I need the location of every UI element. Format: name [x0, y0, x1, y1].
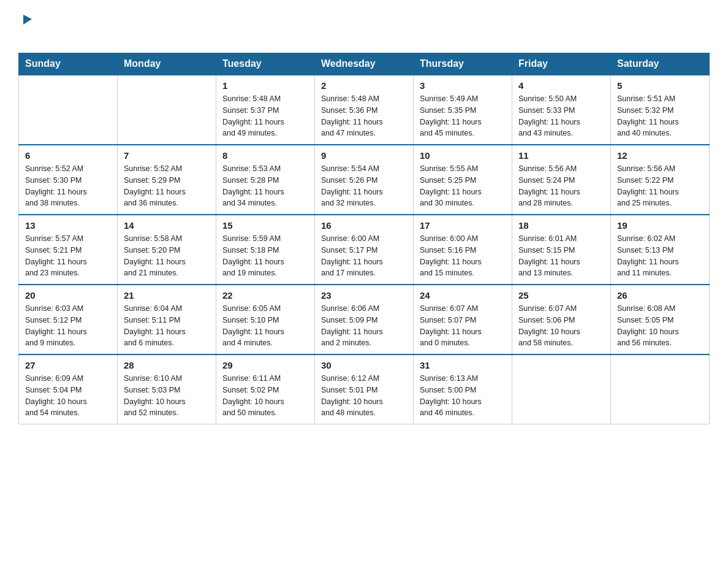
calendar-day-cell: 11Sunrise: 5:56 AM Sunset: 5:24 PM Dayli…: [512, 145, 611, 215]
day-number: 3: [420, 80, 506, 91]
day-info: Sunrise: 5:48 AM Sunset: 5:37 PM Dayligh…: [222, 93, 308, 139]
day-info: Sunrise: 5:59 AM Sunset: 5:18 PM Dayligh…: [222, 233, 308, 279]
day-of-week-header: Monday: [118, 53, 216, 75]
day-number: 18: [518, 220, 604, 231]
svg-marker-0: [23, 15, 32, 25]
day-of-week-header: Sunday: [19, 53, 118, 75]
day-of-week-header: Thursday: [414, 53, 512, 75]
day-number: 19: [617, 220, 703, 231]
day-number: 24: [420, 290, 506, 301]
day-number: 13: [25, 220, 111, 231]
calendar-day-cell: 1Sunrise: 5:48 AM Sunset: 5:37 PM Daylig…: [216, 75, 315, 145]
day-of-week-header: Tuesday: [216, 53, 315, 75]
calendar-day-cell: 7Sunrise: 5:52 AM Sunset: 5:29 PM Daylig…: [118, 145, 216, 215]
day-number: 30: [321, 360, 407, 370]
calendar-day-cell: 8Sunrise: 5:53 AM Sunset: 5:28 PM Daylig…: [216, 145, 315, 215]
day-number: 20: [25, 290, 111, 301]
calendar-table: SundayMondayTuesdayWednesdayThursdayFrid…: [18, 53, 710, 424]
day-info: Sunrise: 6:09 AM Sunset: 5:04 PM Dayligh…: [25, 373, 111, 419]
day-number: 1: [222, 80, 308, 91]
calendar-day-cell: 3Sunrise: 5:49 AM Sunset: 5:35 PM Daylig…: [414, 75, 512, 145]
day-info: Sunrise: 6:02 AM Sunset: 5:13 PM Dayligh…: [617, 233, 703, 279]
calendar-day-cell: 19Sunrise: 6:02 AM Sunset: 5:13 PM Dayli…: [611, 215, 710, 285]
calendar-day-cell: 30Sunrise: 6:12 AM Sunset: 5:01 PM Dayli…: [315, 354, 414, 424]
day-number: 10: [420, 150, 506, 161]
day-number: 26: [617, 290, 703, 301]
logo: [18, 12, 36, 42]
day-info: Sunrise: 6:00 AM Sunset: 5:17 PM Dayligh…: [321, 233, 407, 279]
day-number: 22: [222, 290, 308, 301]
calendar-week-row: 13Sunrise: 5:57 AM Sunset: 5:21 PM Dayli…: [19, 215, 710, 285]
day-of-week-header: Saturday: [611, 53, 710, 75]
day-number: 31: [420, 360, 506, 370]
day-info: Sunrise: 6:07 AM Sunset: 5:07 PM Dayligh…: [420, 303, 506, 349]
day-number: 17: [420, 220, 506, 231]
calendar-day-cell: 28Sunrise: 6:10 AM Sunset: 5:03 PM Dayli…: [118, 354, 216, 424]
day-info: Sunrise: 6:07 AM Sunset: 5:06 PM Dayligh…: [518, 303, 604, 349]
day-number: 29: [222, 360, 308, 370]
calendar-day-cell: 5Sunrise: 5:51 AM Sunset: 5:32 PM Daylig…: [611, 75, 710, 145]
day-info: Sunrise: 5:54 AM Sunset: 5:26 PM Dayligh…: [321, 163, 407, 209]
day-info: Sunrise: 5:52 AM Sunset: 5:30 PM Dayligh…: [25, 163, 111, 209]
calendar-day-cell: 16Sunrise: 6:00 AM Sunset: 5:17 PM Dayli…: [315, 215, 414, 285]
day-number: 12: [617, 150, 703, 161]
calendar-day-cell: 26Sunrise: 6:08 AM Sunset: 5:05 PM Dayli…: [611, 285, 710, 354]
day-info: Sunrise: 5:56 AM Sunset: 5:22 PM Dayligh…: [617, 163, 703, 209]
day-info: Sunrise: 6:00 AM Sunset: 5:16 PM Dayligh…: [420, 233, 506, 279]
day-number: 28: [124, 360, 210, 370]
calendar-day-cell: 27Sunrise: 6:09 AM Sunset: 5:04 PM Dayli…: [19, 354, 118, 424]
day-number: 21: [124, 290, 210, 301]
day-number: 25: [518, 290, 604, 301]
day-number: 7: [124, 150, 210, 161]
day-number: 8: [222, 150, 308, 161]
day-info: Sunrise: 6:10 AM Sunset: 5:03 PM Dayligh…: [124, 373, 210, 419]
day-info: Sunrise: 6:05 AM Sunset: 5:10 PM Dayligh…: [222, 303, 308, 349]
calendar-day-cell: [512, 354, 611, 424]
calendar-day-cell: 31Sunrise: 6:13 AM Sunset: 5:00 PM Dayli…: [414, 354, 512, 424]
day-info: Sunrise: 5:50 AM Sunset: 5:33 PM Dayligh…: [518, 93, 604, 139]
day-info: Sunrise: 6:01 AM Sunset: 5:15 PM Dayligh…: [518, 233, 604, 279]
day-info: Sunrise: 5:55 AM Sunset: 5:25 PM Dayligh…: [420, 163, 506, 209]
day-of-week-header: Friday: [512, 53, 611, 75]
day-info: Sunrise: 5:56 AM Sunset: 5:24 PM Dayligh…: [518, 163, 604, 209]
day-number: 4: [518, 80, 604, 91]
calendar-day-cell: 25Sunrise: 6:07 AM Sunset: 5:06 PM Dayli…: [512, 285, 611, 354]
days-of-week-row: SundayMondayTuesdayWednesdayThursdayFrid…: [19, 53, 710, 75]
calendar-week-row: 27Sunrise: 6:09 AM Sunset: 5:04 PM Dayli…: [19, 354, 710, 424]
calendar-day-cell: 9Sunrise: 5:54 AM Sunset: 5:26 PM Daylig…: [315, 145, 414, 215]
calendar-week-row: 1Sunrise: 5:48 AM Sunset: 5:37 PM Daylig…: [19, 75, 710, 145]
calendar-day-cell: 24Sunrise: 6:07 AM Sunset: 5:07 PM Dayli…: [414, 285, 512, 354]
day-info: Sunrise: 5:51 AM Sunset: 5:32 PM Dayligh…: [617, 93, 703, 139]
day-info: Sunrise: 5:57 AM Sunset: 5:21 PM Dayligh…: [25, 233, 111, 279]
calendar-day-cell: 14Sunrise: 5:58 AM Sunset: 5:20 PM Dayli…: [118, 215, 216, 285]
day-number: 14: [124, 220, 210, 231]
day-info: Sunrise: 6:04 AM Sunset: 5:11 PM Dayligh…: [124, 303, 210, 349]
day-number: 5: [617, 80, 703, 91]
day-number: 2: [321, 80, 407, 91]
calendar-body: 1Sunrise: 5:48 AM Sunset: 5:37 PM Daylig…: [19, 75, 710, 424]
calendar-day-cell: [19, 75, 118, 145]
day-number: 27: [25, 360, 111, 370]
calendar-day-cell: [118, 75, 216, 145]
day-info: Sunrise: 6:12 AM Sunset: 5:01 PM Dayligh…: [321, 373, 407, 419]
day-info: Sunrise: 5:58 AM Sunset: 5:20 PM Dayligh…: [124, 233, 210, 279]
day-number: 23: [321, 290, 407, 301]
calendar-day-cell: [611, 354, 710, 424]
calendar-day-cell: 12Sunrise: 5:56 AM Sunset: 5:22 PM Dayli…: [611, 145, 710, 215]
calendar-day-cell: 10Sunrise: 5:55 AM Sunset: 5:25 PM Dayli…: [414, 145, 512, 215]
calendar-day-cell: 17Sunrise: 6:00 AM Sunset: 5:16 PM Dayli…: [414, 215, 512, 285]
day-info: Sunrise: 6:11 AM Sunset: 5:02 PM Dayligh…: [222, 373, 308, 419]
calendar-header: SundayMondayTuesdayWednesdayThursdayFrid…: [19, 53, 710, 75]
calendar-day-cell: 2Sunrise: 5:48 AM Sunset: 5:36 PM Daylig…: [315, 75, 414, 145]
day-info: Sunrise: 5:53 AM Sunset: 5:28 PM Dayligh…: [222, 163, 308, 209]
day-info: Sunrise: 5:49 AM Sunset: 5:35 PM Dayligh…: [420, 93, 506, 139]
calendar-day-cell: 29Sunrise: 6:11 AM Sunset: 5:02 PM Dayli…: [216, 354, 315, 424]
day-number: 9: [321, 150, 407, 161]
calendar-day-cell: 18Sunrise: 6:01 AM Sunset: 5:15 PM Dayli…: [512, 215, 611, 285]
day-info: Sunrise: 6:03 AM Sunset: 5:12 PM Dayligh…: [25, 303, 111, 349]
calendar-day-cell: 6Sunrise: 5:52 AM Sunset: 5:30 PM Daylig…: [19, 145, 118, 215]
day-number: 16: [321, 220, 407, 231]
calendar-day-cell: 4Sunrise: 5:50 AM Sunset: 5:33 PM Daylig…: [512, 75, 611, 145]
day-of-week-header: Wednesday: [315, 53, 414, 75]
calendar-day-cell: 15Sunrise: 5:59 AM Sunset: 5:18 PM Dayli…: [216, 215, 315, 285]
